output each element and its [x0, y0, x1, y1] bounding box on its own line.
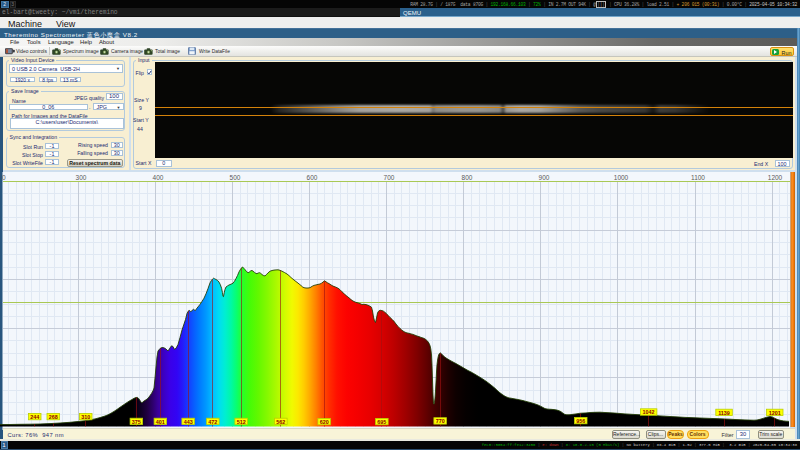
svg-text:1042: 1042: [643, 409, 655, 415]
svg-text:800: 800: [462, 174, 473, 181]
svg-text:512: 512: [237, 419, 246, 425]
svg-text:1139: 1139: [718, 410, 730, 416]
svg-text:562: 562: [276, 419, 285, 425]
svg-text:956: 956: [576, 418, 585, 424]
svg-text:375: 375: [132, 419, 141, 425]
svg-text:1200: 1200: [768, 174, 783, 181]
svg-text:472: 472: [208, 419, 217, 425]
svg-text:900: 900: [539, 174, 550, 181]
svg-text:770: 770: [436, 418, 445, 424]
svg-text:310: 310: [81, 414, 90, 420]
svg-text:600: 600: [307, 174, 318, 181]
svg-text:500: 500: [230, 174, 241, 181]
svg-text:1201: 1201: [769, 410, 781, 416]
svg-text:401: 401: [156, 419, 165, 425]
svg-text:244: 244: [30, 414, 39, 420]
svg-text:443: 443: [184, 419, 193, 425]
svg-text:400: 400: [153, 174, 164, 181]
svg-text:300: 300: [76, 174, 87, 181]
svg-text:0: 0: [2, 174, 6, 181]
svg-text:695: 695: [377, 419, 386, 425]
svg-text:700: 700: [384, 174, 395, 181]
svg-text:620: 620: [320, 419, 329, 425]
svg-text:1000: 1000: [614, 174, 629, 181]
svg-text:1100: 1100: [691, 174, 705, 181]
svg-text:268: 268: [49, 414, 58, 420]
